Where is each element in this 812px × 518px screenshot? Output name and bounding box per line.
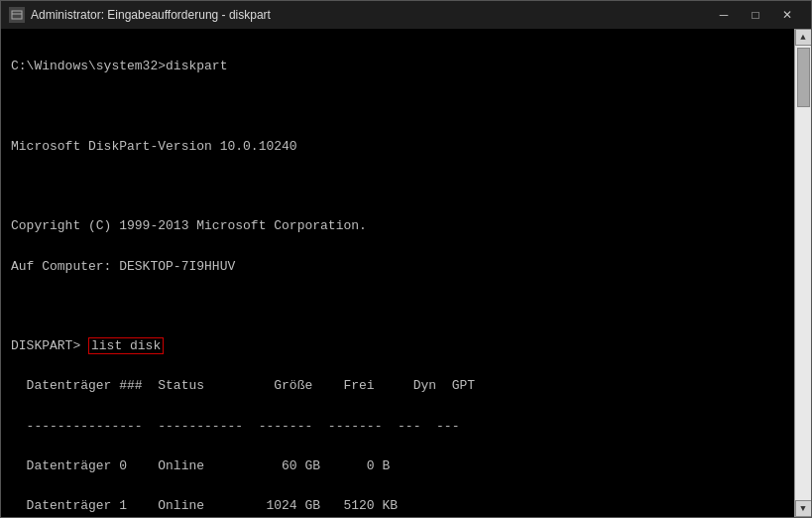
output-line-4	[11, 177, 784, 196]
window-icon	[9, 7, 25, 23]
output-line-3: Microsoft DiskPart-Version 10.0.10240	[11, 137, 784, 157]
output-line-gap1	[11, 297, 784, 317]
output-line-1: C:\Windows\system32>diskpart	[11, 57, 784, 76]
table-row1: Datenträger 1 Online 1024 GB 5120 KB	[11, 496, 784, 516]
window-controls: ─ □ ✕	[708, 1, 803, 29]
scrollbar-track[interactable]	[795, 46, 811, 500]
prompt-line-1: DISKPART> list disk	[11, 336, 784, 356]
minimize-button[interactable]: ─	[708, 1, 740, 29]
output-line-6: Auf Computer: DESKTOP-7I9HHUV	[11, 257, 784, 277]
svg-rect-0	[12, 11, 22, 19]
window-title: Administrator: Eingabeaufforderung - dis…	[31, 8, 708, 22]
table-sep: --------------- ----------- ------- ----…	[11, 417, 784, 437]
output-line-5: Copyright (C) 1999-2013 Microsoft Corpor…	[11, 216, 784, 236]
output-line-2	[11, 96, 784, 116]
cmd1-highlight: list disk	[88, 337, 164, 354]
title-bar: Administrator: Eingabeaufforderung - dis…	[1, 1, 811, 29]
window-body: C:\Windows\system32>diskpart Microsoft D…	[1, 29, 811, 517]
scroll-down-arrow[interactable]: ▼	[795, 500, 812, 517]
prompt1-prefix: DISKPART>	[11, 338, 88, 353]
maximize-button[interactable]: □	[740, 1, 771, 29]
table-row0: Datenträger 0 Online 60 GB 0 B	[11, 456, 784, 476]
terminal[interactable]: C:\Windows\system32>diskpart Microsoft D…	[1, 29, 794, 517]
table-header: Datenträger ### Status Größe Frei Dyn GP…	[11, 376, 784, 396]
scroll-up-arrow[interactable]: ▲	[795, 29, 812, 46]
close-button[interactable]: ✕	[771, 1, 803, 29]
scrollbar: ▲ ▼	[794, 29, 811, 517]
scrollbar-thumb[interactable]	[797, 48, 810, 107]
window: Administrator: Eingabeaufforderung - dis…	[0, 0, 812, 518]
